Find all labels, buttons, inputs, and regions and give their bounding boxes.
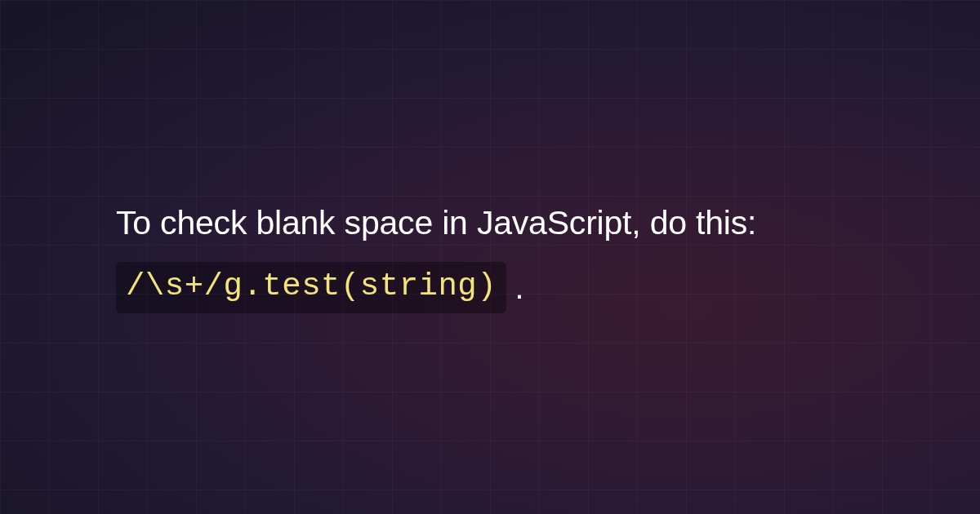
code-line: /\s+/g.test(string) .	[116, 262, 882, 313]
content-container: To check blank space in JavaScript, do t…	[0, 0, 980, 514]
code-snippet: /\s+/g.test(string)	[116, 262, 506, 313]
trailing-period: .	[514, 268, 523, 307]
heading-text: To check blank space in JavaScript, do t…	[116, 201, 882, 246]
